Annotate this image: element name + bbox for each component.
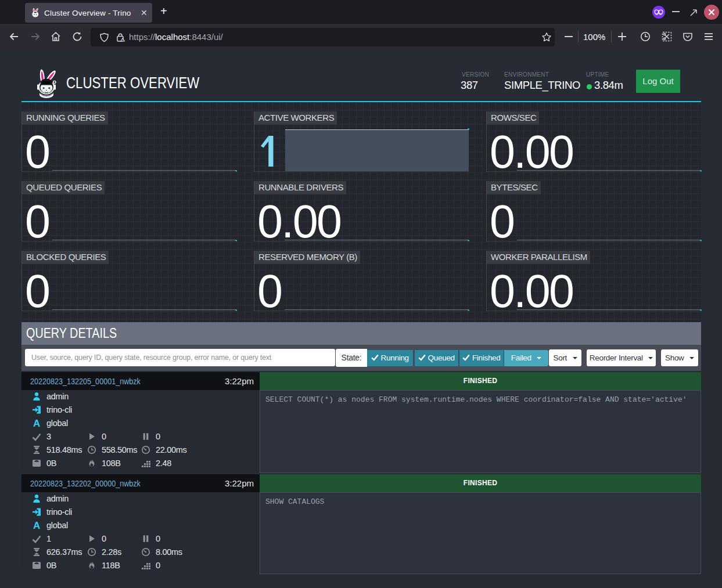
svg-text:A: A: [33, 521, 40, 530]
svg-text:A: A: [33, 419, 40, 428]
